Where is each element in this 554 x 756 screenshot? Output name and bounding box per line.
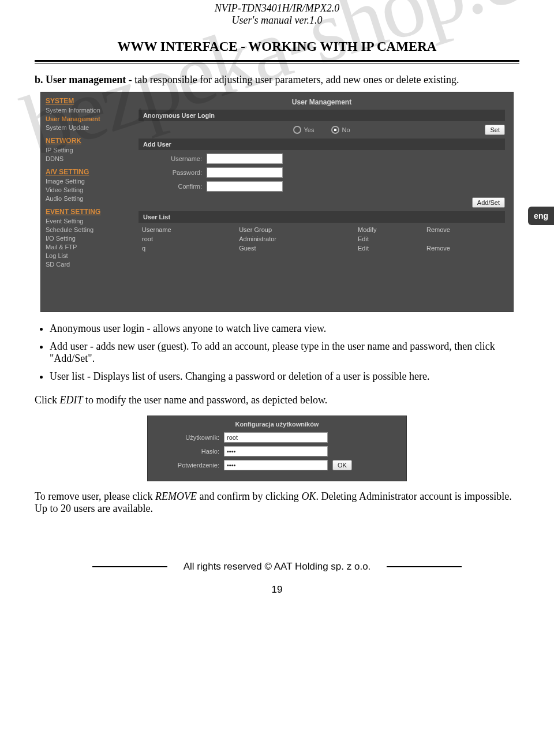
user-table: Username User Group Modify Remove root A… [138,225,505,253]
username-row: Username: [138,154,505,164]
radio-icon [293,126,301,134]
username-input[interactable] [207,154,283,164]
cell-username: root [138,234,235,244]
edit-panel-title: Konfiguracja użytkowników [156,421,398,428]
edit-pass-input[interactable] [224,446,328,456]
radio-no[interactable]: No [331,126,350,134]
cell-edit-link[interactable]: Edit [354,234,423,244]
userlist-bar: User List [138,211,505,223]
sidebar-item-usermgmt[interactable]: User Management [46,115,135,122]
radio-icon [331,126,339,134]
th-remove: Remove [423,225,505,234]
doc-header: NVIP-TDN3401H/IR/MPX2.0 User's manual ve… [35,0,519,27]
radio-yes[interactable]: Yes [293,126,314,134]
cell-group: Administrator [235,234,354,244]
edit-user-row: Użytkownik: [156,432,398,443]
password-row: Password: [138,167,505,178]
sidebar-cat-av: A/V SETTING [46,168,135,176]
sidebar-item-loglist[interactable]: Log List [46,252,135,259]
anon-login-bar: Anonymous User Login [138,110,505,121]
footer-rule-right [387,566,462,567]
adduser-bar: Add User [138,139,505,150]
user-management-screenshot: SYSTEM System Information User Managemen… [40,92,514,312]
feature-list: Anonymous user login - allows anyone to … [35,323,519,383]
sidebar-item-schedule[interactable]: Schedule Setting [46,226,135,233]
list-item: Add user - adds new user (guest). To add… [50,340,519,365]
main-panel: User Management Anonymous User Login Yes… [135,92,513,312]
page-number: 19 [35,584,519,596]
radio-yes-label: Yes [304,126,314,133]
sidebar-item-image[interactable]: Image Setting [46,178,135,185]
footer-text: All rights reserved © AAT Holding sp. z … [184,561,371,572]
page-footer: All rights reserved © AAT Holding sp. z … [35,561,519,572]
edit-user-screenshot: Konfiguracja użytkowników Użytkownik: Ha… [147,416,407,481]
cell-username: q [138,244,235,253]
remove-em: REMOVE [155,491,197,502]
cell-remove-link[interactable]: Remove [423,244,505,253]
th-username: Username [138,225,235,234]
set-button[interactable]: Set [485,125,505,135]
ok-button[interactable]: OK [332,460,352,470]
intro-paragraph: b. User management - tab responsible for… [35,74,519,86]
cell-group: Guest [235,244,354,253]
click-edit-paragraph: Click EDIT to modify the user name and p… [35,394,519,406]
footer-rule-left [92,566,167,567]
remove-paragraph: To remove user, please click REMOVE and … [35,491,519,515]
header-line1: NVIP-TDN3401H/IR/MPX2.0 [35,2,519,14]
addset-button[interactable]: Add/Set [472,197,505,208]
table-row: root Administrator Edit [138,234,505,244]
table-header-row: Username User Group Modify Remove [138,225,505,234]
password-input[interactable] [207,167,283,178]
sidebar-item-io[interactable]: I/O Setting [46,235,135,242]
edit-conf-input[interactable] [224,460,328,470]
sidebar-item-ddns[interactable]: DDNS [46,155,135,162]
intro-bold: User management [46,74,126,85]
confirm-input[interactable] [207,181,283,192]
edit-user-input[interactable] [224,432,328,443]
password-label: Password: [138,169,207,176]
sidebar-item-mailftp[interactable]: Mail & FTP [46,244,135,250]
anon-radio-row: Yes No Set [138,126,505,134]
text: to modify the user name and password, as… [83,394,328,406]
edit-pass-label: Hasło: [156,448,224,455]
intro-rest: - tab responsible for adjusting user par… [126,74,459,85]
page-container: bezpeka-shop.com NVIP-TDN3401H/IR/MPX2.0… [0,0,554,613]
edit-conf-row: Potwierdzenie: OK [156,460,398,470]
confirm-label: Confirm: [138,183,207,190]
section-title: WWW INTERFACE - WORKING WITH IP CAMERA [35,39,519,54]
sidebar-cat-network: NETWORK [46,137,135,145]
text: and confirm by clicking [197,491,301,502]
cell-remove-link [423,234,505,244]
text: To remove user, please click [35,491,155,502]
edit-user-label: Użytkownik: [156,434,224,441]
table-row: q Guest Edit Remove [138,244,505,253]
ok-em: OK [301,491,316,502]
intro-prefix: b. [35,74,43,85]
th-modify: Modify [354,225,423,234]
sidebar-item-audio[interactable]: Audio Setting [46,195,135,202]
sidebar-cat-system: SYSTEM [46,97,135,105]
sidebar-cat-event: EVENT SETTING [46,208,135,216]
text: Click [35,394,60,406]
sidebar-item-sysinfo[interactable]: System Information [46,107,135,114]
section-divider [35,60,519,63]
sidebar-item-video[interactable]: Video Setting [46,186,135,193]
header-line2: User's manual ver.1.0 [35,14,519,27]
confirm-row: Confirm: [138,181,505,192]
th-group: User Group [235,225,354,234]
radio-no-label: No [342,126,350,133]
edit-pass-row: Hasło: [156,446,398,456]
username-label: Username: [138,155,207,162]
sidebar: SYSTEM System Information User Managemen… [41,92,135,312]
sidebar-item-sdcard[interactable]: SD Card [46,261,135,268]
sidebar-item-ipsetting[interactable]: IP Setting [46,147,135,154]
panel-title: User Management [138,98,505,106]
list-item: Anonymous user login - allows anyone to … [50,323,519,335]
sidebar-item-event[interactable]: Event Setting [46,218,135,224]
sidebar-item-sysupdate[interactable]: System Update [46,124,135,131]
edit-conf-label: Potwierdzenie: [156,462,224,469]
footer-line: All rights reserved © AAT Holding sp. z … [35,561,519,572]
list-item: User list - Displays list of users. Chan… [50,370,519,383]
edit-em: EDIT [60,394,83,406]
cell-edit-link[interactable]: Edit [354,244,423,253]
